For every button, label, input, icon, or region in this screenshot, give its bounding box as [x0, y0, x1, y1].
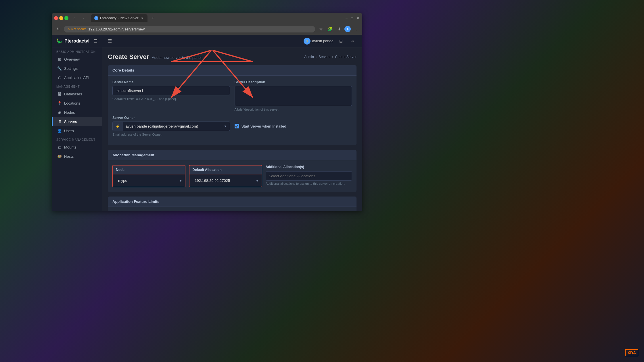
sidebar-section-service: SERVICE MANAGEMENT	[52, 135, 102, 143]
default-allocation-box: Default Allocation 192.168.29.92:27025 ▼	[189, 165, 262, 187]
server-description-hint: A brief description of this server.	[235, 108, 352, 111]
start-server-label: Start Server when Installed	[241, 124, 286, 128]
allocation-grid: Node mypc ▼ Default Allocati	[112, 165, 352, 187]
page-content: Create Server Add a new server to the pa…	[102, 47, 362, 211]
owner-icon: ⚡	[113, 122, 123, 131]
start-server-checkbox[interactable]	[235, 124, 239, 128]
breadcrumb-current: Create Server	[335, 55, 356, 59]
mounts-icon: 🗂	[57, 145, 62, 149]
sidebar-item-label: Locations	[64, 101, 80, 105]
additional-allocations-label: Additional Allocation(s)	[266, 165, 352, 169]
databases-icon: 🗄	[57, 92, 62, 96]
header-menu-button[interactable]: ☰	[108, 38, 112, 44]
profile-button[interactable]: A	[344, 26, 351, 32]
server-description-label: Server Description	[235, 80, 352, 84]
breadcrumb: Admin › Servers › Create Server	[304, 55, 356, 59]
breadcrumb-admin: Admin	[304, 55, 314, 59]
server-name-label: Server Name	[112, 80, 230, 84]
bookmark-button[interactable]: ☆	[317, 25, 325, 33]
sidebar-item-label: Nests	[64, 154, 74, 159]
menu-button[interactable]: ⋮	[352, 25, 360, 33]
user-name: ayush pande	[312, 39, 334, 43]
minimize-button[interactable]: −	[59, 16, 63, 20]
sidebar-item-application-api[interactable]: ⬡ Application API	[52, 73, 102, 82]
nav-refresh[interactable]: ↻	[54, 25, 62, 33]
address-bar-container[interactable]: ⚠ Not secure	[64, 26, 315, 32]
sidebar-item-label: Nodes	[64, 110, 75, 115]
browser-titlebar: × − □ ‹ › P Pterodactyl - New Server × +…	[52, 13, 362, 23]
sidebar-item-nests[interactable]: 🪺 Nests	[52, 152, 102, 161]
sidebar-item-servers[interactable]: 🖥 Servers	[52, 117, 102, 126]
settings-icon: 🔧	[57, 66, 62, 71]
sidebar-item-databases[interactable]: 🗄 Databases	[52, 89, 102, 99]
app-header: ☰ ⚡ ayush pande ⊞ ⇥	[102, 35, 362, 47]
sidebar-item-settings[interactable]: 🔧 Settings	[52, 64, 102, 73]
window-close[interactable]: ×	[356, 16, 360, 20]
sidebar-item-mounts[interactable]: 🗂 Mounts	[52, 143, 102, 152]
maximize-button[interactable]: □	[64, 16, 68, 20]
browser-tab[interactable]: P Pterodactyl - New Server ×	[91, 14, 147, 22]
core-details-header: Core Details	[108, 65, 356, 76]
sidebar-item-label: Settings	[64, 66, 78, 71]
browser-window: × − □ ‹ › P Pterodactyl - New Server × +…	[52, 13, 362, 211]
tab-title: Pterodactyl - New Server	[100, 16, 138, 20]
sidebar-item-locations[interactable]: 📍 Locations	[52, 99, 102, 108]
additional-allocations-hint: Additional allocations to assign to this…	[266, 182, 352, 185]
page-subtitle: Add a new server to the panel.	[152, 55, 202, 60]
default-allocation-select[interactable]: 192.168.29.92:27025	[192, 177, 258, 184]
window-minimize[interactable]: −	[344, 16, 348, 20]
spacer-label	[235, 116, 352, 120]
tab-close-button[interactable]: ×	[140, 16, 144, 20]
additional-allocations-input[interactable]	[266, 171, 352, 181]
sidebar-item-label: Users	[64, 129, 74, 133]
start-server-checkbox-row: Start Server when Installed	[235, 124, 352, 128]
allocation-management-header: Allocation Management	[108, 150, 356, 160]
download-button[interactable]: ⬇	[335, 25, 343, 33]
sidebar-item-overview[interactable]: ⊞ Overview	[52, 55, 102, 64]
sidebar-toggle[interactable]: ☰	[94, 39, 97, 43]
server-owner-hint: Email address of the Server Owner.	[112, 133, 230, 136]
forward-button[interactable]: ›	[79, 14, 87, 22]
default-allocation-select-wrapper: 192.168.29.92:27025 ▼	[189, 174, 261, 187]
sidebar-brand: 🦕 Pterodactyl ☰	[52, 35, 102, 47]
allocation-management-title: Allocation Management	[112, 153, 154, 157]
close-button[interactable]: ×	[54, 16, 58, 20]
grid-view-button[interactable]: ⊞	[337, 37, 345, 45]
node-label: Node	[113, 165, 185, 174]
nav-actions: ☆ 🧩 ⬇ A ⋮	[317, 25, 360, 33]
user-avatar-icon: ⚡	[305, 39, 309, 43]
server-owner-select[interactable]: ayush pande (caligulargerbera@gmail.com)	[123, 122, 221, 131]
extensions-button[interactable]: 🧩	[326, 25, 334, 33]
node-select-wrapper: mypc ▼	[113, 174, 185, 187]
security-icon: ⚠	[67, 27, 70, 31]
browser-controls: × − □	[54, 16, 68, 20]
sidebar: 🦕 Pterodactyl ☰ BASIC ADMINISTRATION ⊞ O…	[52, 35, 102, 211]
sidebar-section-management: MANAGEMENT	[52, 82, 102, 89]
security-badge: ⚠ Not secure	[67, 27, 87, 31]
brand-icon: 🦕	[56, 38, 62, 44]
allocation-management-card: Allocation Management Node mypc	[108, 150, 356, 192]
breadcrumb-sep-2: ›	[332, 55, 333, 59]
users-icon: 👤	[57, 128, 62, 133]
servers-icon: 🖥	[57, 119, 62, 124]
xda-watermark: XDA	[625, 349, 638, 356]
node-box: Node mypc ▼	[112, 165, 185, 187]
logout-button[interactable]: ⇥	[348, 37, 356, 45]
sidebar-item-label: Overview	[64, 57, 80, 61]
new-tab-button[interactable]: +	[149, 14, 157, 22]
sidebar-item-label: Application API	[64, 76, 89, 80]
sidebar-item-nodes[interactable]: ◉ Nodes	[52, 108, 102, 117]
window-restore[interactable]: □	[350, 16, 354, 20]
server-name-group: Server Name Character limits: a-z A-Z 0-…	[112, 80, 230, 111]
sidebar-item-label: Databases	[64, 92, 82, 96]
address-bar-input[interactable]	[88, 27, 312, 31]
server-name-input[interactable]	[112, 86, 230, 95]
page-title-area: Create Server Add a new server to the pa…	[108, 53, 202, 61]
user-avatar: ⚡	[304, 38, 310, 45]
back-button[interactable]: ‹	[70, 14, 78, 22]
sidebar-item-users[interactable]: 👤 Users	[52, 126, 102, 135]
owner-select-wrapper: ⚡ ayush pande (caligulargerbera@gmail.co…	[112, 122, 230, 131]
node-select[interactable]: mypc	[116, 177, 182, 184]
server-description-input[interactable]	[235, 86, 352, 106]
header-right: ⚡ ayush pande ⊞ ⇥	[304, 37, 356, 45]
